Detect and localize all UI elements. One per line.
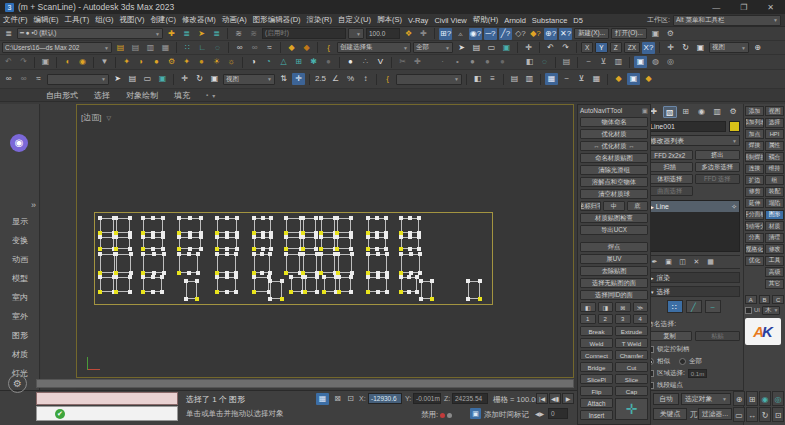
sidebar-item-室外[interactable]: 室外 (0, 307, 40, 326)
vertex[interactable] (177, 216, 181, 220)
vertex[interactable] (376, 275, 380, 279)
ak-plugin-logo[interactable]: AK (745, 318, 781, 345)
vertex[interactable] (234, 290, 238, 294)
selection-filter-dropdown[interactable]: 全部▼ (413, 42, 453, 53)
rotate-gizmo-icon[interactable]: ↻ (679, 42, 692, 54)
mini-button[interactable]: 加点 (745, 129, 764, 139)
save-icon[interactable]: ▣ (649, 28, 662, 40)
ribbon-more-icon[interactable]: ▪▾ (206, 92, 215, 99)
vertex[interactable] (349, 290, 353, 294)
coord-system-dropdown[interactable]: 视图▼ (223, 74, 275, 85)
axis-x-button[interactable]: X (581, 42, 593, 53)
dashed-circle-icon[interactable]: ◌ (538, 56, 551, 68)
save-folder-icon[interactable]: ▤ (129, 42, 142, 54)
named-set-dropdown-2[interactable]: ▼ (396, 74, 462, 85)
dope-sheet-icon[interactable]: ⊻ (597, 56, 610, 68)
menu-item[interactable]: 编辑(E) (31, 15, 62, 25)
umbrella-light-icon[interactable]: ✦ (180, 56, 193, 68)
y-coordinate-field[interactable]: -0.001m (413, 393, 441, 404)
anim-layers-icon[interactable]: ≋ (232, 28, 245, 40)
spline-subobject-icon[interactable]: ~ (705, 300, 721, 313)
vertex[interactable] (177, 252, 181, 256)
select-move-active-icon[interactable]: ✛ (292, 73, 305, 85)
open-project-button[interactable]: 打开(O)... (611, 28, 647, 39)
vertex[interactable] (234, 252, 238, 256)
vertex[interactable] (366, 275, 370, 279)
mesh-button[interactable]: Break (580, 326, 613, 336)
add-plus-button[interactable]: ✛ (615, 398, 648, 420)
remove-modifier-icon[interactable]: ✕ (691, 257, 702, 267)
axis-y-button[interactable]: Y (595, 42, 607, 53)
vertex[interactable] (315, 290, 319, 294)
menu-item[interactable]: 修改器(M) (179, 15, 219, 25)
script-button[interactable]: 底 (627, 201, 648, 211)
active-layer-dropdown[interactable]: ━ ● ▪0 (默认)▼ (17, 28, 163, 39)
utilities-tab[interactable]: ⚙ (726, 106, 740, 118)
mini-button[interactable]: 装配 (765, 187, 784, 197)
vertex[interactable] (419, 279, 423, 283)
vertex[interactable] (225, 216, 229, 220)
modifier-button[interactable]: 曲面选择 (647, 186, 693, 196)
vertex[interactable] (417, 235, 421, 239)
playback-0[interactable]: |◀ (536, 393, 548, 404)
vertex[interactable] (301, 252, 305, 256)
vertex[interactable] (215, 216, 219, 220)
mesh-button[interactable]: Weld (580, 338, 613, 348)
vertex[interactable] (160, 290, 164, 294)
vertex[interactable] (128, 235, 132, 239)
vertex[interactable] (301, 216, 305, 220)
redo-view-icon[interactable]: ↷ (17, 56, 30, 68)
crossing-window-icon[interactable]: ▣ (500, 42, 513, 54)
first-vertex[interactable] (366, 247, 370, 251)
zoom-extents-icon[interactable]: ◉ (759, 391, 771, 406)
vertex[interactable] (128, 247, 132, 251)
mesh-button[interactable]: SlicePl (580, 374, 613, 384)
walkthrough-icon[interactable]: ⟑ (454, 28, 467, 40)
vertex[interactable] (151, 275, 155, 279)
sidebar-item-变换[interactable]: 变换 (0, 231, 40, 250)
teapot-render-icon[interactable]: ◆ (285, 42, 298, 54)
ribbon-tab[interactable]: 自由形式 (46, 90, 78, 101)
layer-weight-dropdown[interactable]: ▼ (348, 28, 364, 39)
mini-button[interactable]: 修改 (765, 244, 784, 254)
time-tag-icon[interactable]: ▣ (470, 408, 481, 419)
bind-spacewarp-icon[interactable]: ≈ (263, 42, 276, 54)
first-vertex[interactable] (252, 290, 256, 294)
vertex[interactable] (349, 235, 353, 239)
vertex[interactable] (366, 216, 370, 220)
modify-tab[interactable]: ▧ (663, 106, 677, 118)
undo-view-icon[interactable]: ↶ (2, 56, 15, 68)
menu-item[interactable]: 视图(V) (117, 15, 148, 25)
vertex[interactable] (252, 235, 256, 239)
curve-editor-icon-2[interactable]: ~ (560, 73, 573, 85)
vertex[interactable] (366, 235, 370, 239)
mini-button[interactable]: 维持 (765, 164, 784, 174)
area-threshold-field[interactable]: 0.1m (688, 369, 707, 378)
vertex[interactable] (349, 247, 353, 251)
zoom-all-icon[interactable]: ⊞ (746, 391, 758, 406)
first-vertex[interactable] (98, 290, 102, 294)
angle-snap-icon[interactable]: ∠ (329, 73, 342, 85)
absolute-offset-icon[interactable]: ⊡ (344, 393, 357, 405)
mini-button[interactable]: 耦合 (765, 152, 784, 162)
clear-snap-icon[interactable]: ✕? (559, 28, 572, 40)
vertex[interactable] (314, 247, 318, 251)
named-sets-brace-icon-2[interactable]: { (381, 73, 394, 85)
vertex[interactable] (466, 297, 470, 301)
menu-item[interactable]: D5 (570, 16, 586, 25)
maxscript-mini-listener-macro[interactable] (36, 392, 178, 405)
first-vertex[interactable] (177, 271, 181, 275)
vertex[interactable] (384, 247, 388, 251)
vertex[interactable] (349, 216, 353, 220)
vertex[interactable] (280, 279, 284, 283)
script-button[interactable]: 1 (580, 314, 596, 324)
script-button[interactable]: 坐标归零 (580, 201, 601, 211)
minimize-button[interactable]: — (712, 3, 720, 12)
camera-icon[interactable]: ▣ (39, 56, 52, 68)
vertex[interactable] (415, 290, 419, 294)
sidebar-item-材质[interactable]: 材质 (0, 345, 40, 364)
close-button[interactable]: ✕ (767, 3, 774, 12)
sphere-light-icon[interactable]: ● (150, 56, 163, 68)
vertex[interactable] (408, 235, 412, 239)
zoom-icon[interactable]: ⊕ (733, 391, 745, 406)
